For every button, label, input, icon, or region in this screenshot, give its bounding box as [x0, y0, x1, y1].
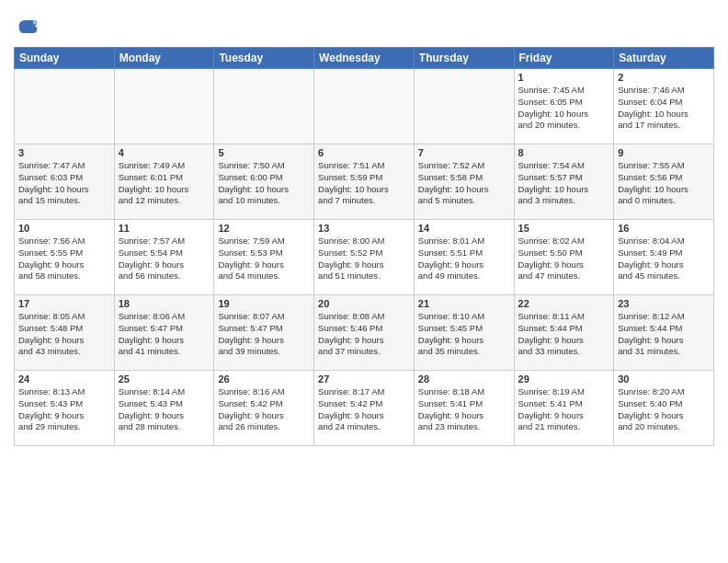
weekday-header-row: SundayMondayTuesdayWednesdayThursdayFrid…: [15, 48, 714, 69]
day-number: 27: [318, 373, 410, 385]
day-info: Sunrise: 8:06 AM Sunset: 5:47 PM Dayligh…: [119, 311, 210, 358]
weekday-header-tuesday: Tuesday: [214, 48, 314, 69]
day-cell: 3Sunrise: 7:47 AM Sunset: 6:03 PM Daylig…: [15, 144, 115, 220]
day-number: 25: [119, 373, 210, 385]
day-number: 12: [218, 223, 310, 234]
day-cell: 11Sunrise: 7:57 AM Sunset: 5:54 PM Dayli…: [114, 220, 214, 295]
weekday-header-thursday: Thursday: [414, 48, 514, 69]
day-info: Sunrise: 8:07 AM Sunset: 5:47 PM Dayligh…: [218, 311, 310, 358]
week-row-1: 1Sunrise: 7:45 AM Sunset: 6:05 PM Daylig…: [15, 69, 714, 144]
day-info: Sunrise: 8:04 AM Sunset: 5:49 PM Dayligh…: [618, 236, 710, 282]
day-number: 28: [418, 373, 510, 385]
day-cell: 21Sunrise: 8:10 AM Sunset: 5:45 PM Dayli…: [414, 295, 514, 371]
day-info: Sunrise: 7:57 AM Sunset: 5:54 PM Dayligh…: [119, 236, 210, 282]
day-number: 19: [218, 298, 310, 309]
page-container: SundayMondayTuesdayWednesdayThursdayFrid…: [0, 0, 728, 451]
day-cell: 30Sunrise: 8:20 AM Sunset: 5:40 PM Dayli…: [614, 371, 714, 446]
day-info: Sunrise: 8:20 AM Sunset: 5:40 PM Dayligh…: [618, 386, 710, 433]
day-cell: 29Sunrise: 8:19 AM Sunset: 5:41 PM Dayli…: [514, 371, 614, 446]
day-info: Sunrise: 8:00 AM Sunset: 5:52 PM Dayligh…: [318, 236, 410, 282]
week-row-4: 17Sunrise: 8:05 AM Sunset: 5:48 PM Dayli…: [15, 295, 714, 371]
day-cell: [15, 69, 115, 144]
day-number: 4: [119, 147, 210, 158]
day-cell: 16Sunrise: 8:04 AM Sunset: 5:49 PM Dayli…: [614, 220, 714, 295]
day-cell: 12Sunrise: 7:59 AM Sunset: 5:53 PM Dayli…: [214, 220, 314, 295]
day-cell: 26Sunrise: 8:16 AM Sunset: 5:42 PM Dayli…: [214, 371, 314, 446]
day-info: Sunrise: 8:05 AM Sunset: 5:48 PM Dayligh…: [18, 311, 110, 358]
day-number: 6: [318, 147, 410, 158]
day-cell: 20Sunrise: 8:08 AM Sunset: 5:46 PM Dayli…: [314, 295, 415, 371]
week-row-3: 10Sunrise: 7:56 AM Sunset: 5:55 PM Dayli…: [15, 220, 714, 295]
day-number: 15: [518, 223, 610, 234]
day-info: Sunrise: 7:50 AM Sunset: 6:00 PM Dayligh…: [218, 160, 310, 207]
day-cell: 4Sunrise: 7:49 AM Sunset: 6:01 PM Daylig…: [114, 144, 214, 220]
day-number: 3: [18, 147, 110, 158]
weekday-header-monday: Monday: [114, 48, 214, 69]
day-info: Sunrise: 8:13 AM Sunset: 5:43 PM Dayligh…: [18, 386, 110, 433]
day-number: 8: [518, 147, 610, 158]
day-cell: 6Sunrise: 7:51 AM Sunset: 5:59 PM Daylig…: [314, 144, 415, 220]
day-info: Sunrise: 7:54 AM Sunset: 5:57 PM Dayligh…: [518, 160, 610, 207]
day-cell: 14Sunrise: 8:01 AM Sunset: 5:51 PM Dayli…: [414, 220, 514, 295]
day-cell: 17Sunrise: 8:05 AM Sunset: 5:48 PM Dayli…: [15, 295, 115, 371]
day-cell: 1Sunrise: 7:45 AM Sunset: 6:05 PM Daylig…: [514, 69, 614, 144]
day-number: 5: [218, 147, 310, 158]
day-cell: [114, 69, 214, 144]
day-cell: 2Sunrise: 7:46 AM Sunset: 6:04 PM Daylig…: [614, 69, 714, 144]
day-cell: 24Sunrise: 8:13 AM Sunset: 5:43 PM Dayli…: [15, 371, 115, 446]
day-info: Sunrise: 7:59 AM Sunset: 5:53 PM Dayligh…: [218, 236, 310, 282]
day-cell: [414, 69, 514, 144]
logo-icon: [14, 14, 40, 40]
day-number: 10: [18, 223, 110, 234]
day-number: 17: [18, 298, 110, 309]
calendar-table: SundayMondayTuesdayWednesdayThursdayFrid…: [14, 47, 714, 446]
day-info: Sunrise: 8:08 AM Sunset: 5:46 PM Dayligh…: [318, 311, 410, 358]
weekday-header-saturday: Saturday: [614, 48, 714, 69]
day-cell: 10Sunrise: 7:56 AM Sunset: 5:55 PM Dayli…: [15, 220, 115, 295]
day-number: 13: [318, 223, 410, 234]
day-number: 11: [119, 223, 210, 234]
weekday-header-sunday: Sunday: [15, 48, 115, 69]
day-number: 22: [518, 298, 610, 309]
day-info: Sunrise: 7:46 AM Sunset: 6:04 PM Dayligh…: [618, 85, 710, 132]
week-row-5: 24Sunrise: 8:13 AM Sunset: 5:43 PM Dayli…: [15, 371, 714, 446]
day-info: Sunrise: 8:18 AM Sunset: 5:41 PM Dayligh…: [418, 386, 510, 433]
day-number: 24: [18, 373, 110, 385]
day-cell: [214, 69, 314, 144]
day-number: 20: [318, 298, 410, 309]
day-number: 2: [618, 72, 710, 83]
day-number: 30: [618, 373, 710, 385]
day-cell: 8Sunrise: 7:54 AM Sunset: 5:57 PM Daylig…: [514, 144, 614, 220]
day-info: Sunrise: 7:45 AM Sunset: 6:05 PM Dayligh…: [518, 85, 610, 132]
day-cell: 28Sunrise: 8:18 AM Sunset: 5:41 PM Dayli…: [414, 371, 514, 446]
day-number: 16: [618, 223, 710, 234]
day-info: Sunrise: 7:56 AM Sunset: 5:55 PM Dayligh…: [18, 236, 110, 282]
day-info: Sunrise: 8:14 AM Sunset: 5:43 PM Dayligh…: [119, 386, 210, 433]
day-cell: 25Sunrise: 8:14 AM Sunset: 5:43 PM Dayli…: [114, 371, 214, 446]
day-cell: 23Sunrise: 8:12 AM Sunset: 5:44 PM Dayli…: [614, 295, 714, 371]
day-info: Sunrise: 8:02 AM Sunset: 5:50 PM Dayligh…: [518, 236, 610, 282]
day-number: 29: [518, 373, 610, 385]
day-info: Sunrise: 8:10 AM Sunset: 5:45 PM Dayligh…: [418, 311, 510, 358]
day-cell: 5Sunrise: 7:50 AM Sunset: 6:00 PM Daylig…: [214, 144, 314, 220]
day-cell: [314, 69, 415, 144]
weekday-header-wednesday: Wednesday: [314, 48, 415, 69]
day-number: 26: [218, 373, 310, 385]
header: [14, 9, 714, 40]
day-info: Sunrise: 8:11 AM Sunset: 5:44 PM Dayligh…: [518, 311, 610, 358]
day-cell: 18Sunrise: 8:06 AM Sunset: 5:47 PM Dayli…: [114, 295, 214, 371]
logo: [14, 14, 43, 40]
day-info: Sunrise: 7:55 AM Sunset: 5:56 PM Dayligh…: [618, 160, 710, 207]
week-row-2: 3Sunrise: 7:47 AM Sunset: 6:03 PM Daylig…: [15, 144, 714, 220]
day-info: Sunrise: 7:52 AM Sunset: 5:58 PM Dayligh…: [418, 160, 510, 207]
day-number: 7: [418, 147, 510, 158]
day-cell: 15Sunrise: 8:02 AM Sunset: 5:50 PM Dayli…: [514, 220, 614, 295]
day-number: 14: [418, 223, 510, 234]
day-number: 21: [418, 298, 510, 309]
day-number: 23: [618, 298, 710, 309]
day-cell: 19Sunrise: 8:07 AM Sunset: 5:47 PM Dayli…: [214, 295, 314, 371]
day-number: 1: [518, 72, 610, 83]
day-info: Sunrise: 8:19 AM Sunset: 5:41 PM Dayligh…: [518, 386, 610, 433]
day-info: Sunrise: 8:17 AM Sunset: 5:42 PM Dayligh…: [318, 386, 410, 433]
day-cell: 13Sunrise: 8:00 AM Sunset: 5:52 PM Dayli…: [314, 220, 415, 295]
